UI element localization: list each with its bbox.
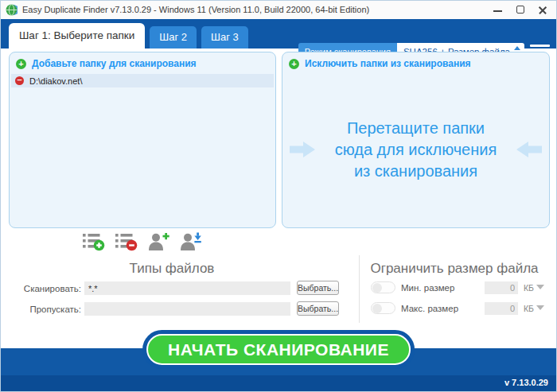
- drop-hint-text: Перетащите папки сюда для исключения из …: [282, 118, 549, 182]
- add-folder-plus-icon[interactable]: +: [16, 59, 26, 69]
- maximize-button[interactable]: [509, 1, 533, 19]
- tab-step-2[interactable]: Шаг 2: [150, 26, 197, 49]
- start-scan-button-wrapper: НАЧАТЬ СКАНИРОВАНИЕ: [142, 330, 415, 369]
- version-text: v 7.13.0.29: [504, 378, 548, 387]
- maximize-icon: [516, 6, 524, 14]
- scan-folder-row[interactable]: – D:\diakov.net\: [11, 74, 274, 87]
- scan-folder-path: D:\diakov.net\: [29, 76, 82, 86]
- remove-list-icon[interactable]: [115, 232, 138, 251]
- skip-mask-input[interactable]: [84, 302, 290, 316]
- max-size-input[interactable]: [485, 302, 518, 315]
- exclude-folders-panel[interactable]: + Исключить папки из сканирования Перета…: [282, 52, 550, 228]
- scan-label: Сканировать:: [7, 284, 81, 293]
- load-user-profile-icon[interactable]: [180, 232, 201, 251]
- min-size-input[interactable]: [485, 281, 518, 294]
- tab-step-1[interactable]: Шаг 1: Выберите папки: [9, 23, 145, 49]
- min-unit-dropdown-icon[interactable]: [536, 285, 544, 289]
- exclude-folder-header[interactable]: + Исключить папки из сканирования: [282, 52, 549, 73]
- skip-label: Пропускать:: [7, 305, 81, 314]
- close-button[interactable]: [531, 1, 555, 19]
- max-unit-dropdown-icon[interactable]: [536, 305, 544, 310]
- max-size-unit: КБ: [524, 304, 534, 313]
- tab-bar: Шаг 1: Выберите папки Шаг 2 Шаг 3 Режим …: [1, 19, 556, 49]
- scan-folders-panel: + Добавьте папку для сканирования – D:\d…: [9, 52, 276, 228]
- folder-toolbar: [83, 232, 201, 251]
- minimize-icon: [493, 10, 502, 12]
- file-types-heading: Типы файлов: [76, 261, 267, 277]
- step-tabs: Шаг 1: Выберите папки Шаг 2 Шаг 3: [9, 23, 248, 49]
- add-folder-label: Добавьте папку для сканирования: [32, 58, 197, 69]
- add-folder-header[interactable]: + Добавьте папку для сканирования: [10, 52, 275, 73]
- remove-folder-minus-icon[interactable]: –: [15, 76, 24, 85]
- add-user-profile-icon[interactable]: [148, 232, 169, 251]
- size-limit-heading: Ограничить размер файла: [365, 261, 543, 277]
- scan-mask-input[interactable]: [84, 281, 290, 295]
- min-size-toggle[interactable]: [371, 281, 395, 293]
- easy-duplicate-finder-window: Easy Duplicate Finder v7.13.0.29 - Windo…: [0, 0, 557, 392]
- choose-scan-types-button[interactable]: Выбрать...: [297, 281, 339, 295]
- exclude-folder-plus-icon[interactable]: +: [289, 59, 299, 69]
- start-scan-button[interactable]: НАЧАТЬ СКАНИРОВАНИЕ: [146, 334, 411, 365]
- add-list-icon[interactable]: [83, 232, 105, 251]
- toggle-knob: [372, 304, 383, 314]
- exclude-folder-label: Исключить папки из сканирования: [305, 58, 471, 69]
- minimize-button[interactable]: [486, 1, 510, 19]
- drop-hint-line-1: Перетащите папки: [282, 118, 549, 139]
- footer-bottom-strip: [1, 375, 556, 392]
- max-size-toggle[interactable]: [371, 302, 395, 314]
- title-bar: Easy Duplicate Finder v7.13.0.29 - Windo…: [1, 1, 556, 19]
- window-title: Easy Duplicate Finder v7.13.0.29 - Windo…: [22, 1, 369, 19]
- drop-hint-line-3: из сканирования: [282, 161, 549, 182]
- section-divider: [359, 255, 360, 323]
- drop-hint-line-2: сюда для исключения: [282, 139, 549, 161]
- tab-step-3[interactable]: Шаг 3: [201, 26, 248, 49]
- toggle-knob: [372, 283, 383, 293]
- choose-skip-types-button[interactable]: Выбрать...: [297, 301, 339, 316]
- min-size-unit: КБ: [524, 283, 534, 293]
- spinner-up-icon: [514, 46, 520, 50]
- app-globe-icon: [6, 4, 18, 16]
- max-size-label: Макс. размер: [401, 304, 458, 313]
- min-size-label: Мин. размер: [401, 283, 454, 293]
